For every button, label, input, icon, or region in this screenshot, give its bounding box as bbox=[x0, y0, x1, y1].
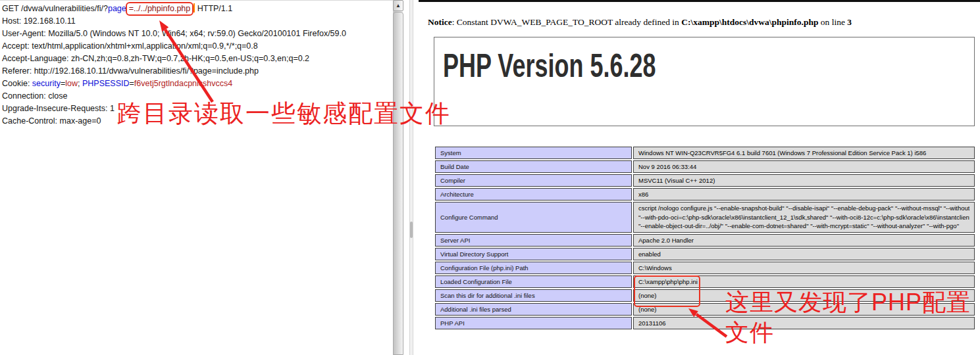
cookie-eq2: = bbox=[130, 79, 134, 88]
annotation-traversal-note: 跨目录读取一些敏感配置文件 bbox=[117, 101, 451, 128]
row-value: Apache 2.0 Handler bbox=[633, 234, 975, 247]
header-user-agent: User-Agent: Mozilla/5.0 (Windows NT 10.0… bbox=[2, 28, 390, 40]
cookie-name-security: security bbox=[32, 79, 61, 88]
row-value: MSVC11 (Visual C++ 2012) bbox=[633, 174, 975, 187]
cookie-value-security: low bbox=[65, 79, 78, 88]
php-version-header-box: PHP Version 5.6.28 bbox=[434, 37, 975, 126]
row-value-configure-command: cscript /nologo configure.js "--enable-s… bbox=[633, 202, 975, 233]
notice-text: : Constant DVWA_WEB_PAGE_TO_ROOT already… bbox=[452, 17, 681, 27]
table-row: Configuration File (php.ini) PathC:\Wind… bbox=[435, 262, 975, 274]
row-value: Windows NT WIN-Q23CRVR5FG4 6.1 build 760… bbox=[633, 147, 975, 159]
row-label: Architecture bbox=[435, 188, 632, 201]
notice-label: Notice bbox=[428, 17, 452, 27]
screenshot-root: GET /dvwa/vulnerabilities/fi/?page=../..… bbox=[0, 0, 980, 355]
row-value: Nov 9 2016 06:33:44 bbox=[633, 160, 975, 173]
table-row: Build DateNov 9 2016 06:33:44 bbox=[435, 160, 975, 173]
payload-highlight-box: =../../phpinfo.php bbox=[126, 2, 193, 16]
scroll-up-icon: ▲ bbox=[396, 3, 401, 9]
row-label: Configure Command bbox=[435, 202, 632, 233]
row-value: enabled bbox=[633, 248, 975, 260]
row-value: 20131106 bbox=[633, 317, 975, 329]
row-label: Scan this dir for additional .ini files bbox=[435, 289, 632, 302]
row-value: x86 bbox=[633, 188, 975, 201]
table-row: PHP API20131106 bbox=[435, 317, 975, 329]
row-label: Compiler bbox=[435, 174, 632, 187]
header-accept: Accept: text/html,application/xhtml+xml,… bbox=[2, 40, 390, 53]
table-row: Loaded Configuration FileC:\xampp\php\ph… bbox=[435, 275, 975, 288]
configure-line: "--with-pdo-oci=c:\php-sdk\oracle\x86\in… bbox=[638, 213, 969, 222]
row-label: Server API bbox=[435, 234, 632, 247]
row-label: Additional .ini files parsed bbox=[435, 303, 632, 316]
row-label: System bbox=[435, 147, 632, 159]
cookie-separator: ; bbox=[78, 79, 82, 88]
http-request-pane: GET /dvwa/vulnerabilities/fi/?page=../..… bbox=[0, 0, 393, 355]
annotation-php-config-note-line1: 这里又发现了PHP配置 bbox=[725, 289, 971, 316]
top-border-bar bbox=[419, 0, 980, 2]
table-row: Virtual Directory Supportenabled bbox=[435, 248, 975, 260]
row-label: Build Date bbox=[435, 160, 632, 173]
config-path-highlight-box bbox=[634, 275, 700, 307]
request-line-1: GET /dvwa/vulnerabilities/fi/?page=../..… bbox=[2, 3, 390, 15]
header-cookie: Cookie: security=low; PHPSESSID=f6vetj5r… bbox=[2, 78, 390, 90]
row-label: PHP API bbox=[435, 317, 632, 329]
row-label: Virtual Directory Support bbox=[435, 248, 632, 260]
cookie-name-phpsessid: PHPSESSID bbox=[82, 79, 130, 88]
cookie-label: Cookie: bbox=[2, 79, 32, 88]
header-accept-language: Accept-Language: zh-CN,zh;q=0.8,zh-TW;q=… bbox=[2, 53, 390, 65]
table-row: Server APIApache 2.0 Handler bbox=[435, 234, 975, 247]
row-label: Loaded Configuration File bbox=[435, 275, 632, 288]
right-pane-scrollbar-thumb[interactable] bbox=[410, 222, 413, 238]
right-pane-scrollbar[interactable] bbox=[409, 0, 413, 355]
request-method-path: GET /dvwa/vulnerabilities/fi/? bbox=[2, 4, 108, 13]
php-notice: Notice: Constant DVWA_WEB_PAGE_TO_ROOT a… bbox=[428, 17, 974, 28]
table-row: CompilerMSVC11 (Visual C++ 2012) bbox=[435, 174, 975, 187]
notice-line-number: 3 bbox=[847, 17, 852, 27]
left-pane-scrollbar[interactable]: ▲ bbox=[393, 0, 403, 355]
table-row: SystemWindows NT WIN-Q23CRVR5FG4 6.1 bui… bbox=[435, 147, 975, 159]
header-host: Host: 192.168.10.11 bbox=[2, 15, 390, 28]
row-value-config-path: C:\Windows bbox=[633, 262, 975, 274]
row-label: Configuration File (php.ini) Path bbox=[435, 262, 632, 274]
scrollbar-thumb[interactable] bbox=[393, 12, 403, 355]
table-row: Configure Command cscript /nologo config… bbox=[435, 202, 975, 233]
notice-text-2: on line bbox=[818, 17, 847, 27]
header-referer: Referer: http://192.168.10.11/dvwa/vulne… bbox=[2, 65, 390, 78]
request-param-value: =../../phpinfo.php bbox=[129, 4, 190, 13]
annotation-php-config-note-line2: 文件 bbox=[725, 320, 774, 346]
php-version-title: PHP Version 5.6.28 bbox=[443, 47, 825, 85]
request-http-version: HTTP/1.1 bbox=[195, 4, 232, 13]
cookie-value-phpsessid: f6vetj5rgtlndacpnicshvccs4 bbox=[134, 79, 232, 88]
configure-line: "--enable-object-out-dir=../obj/" "--ena… bbox=[638, 222, 969, 231]
configure-line: cscript /nologo configure.js "--enable-s… bbox=[638, 204, 969, 213]
scroll-up-button[interactable]: ▲ bbox=[393, 0, 403, 11]
table-row: Architecturex86 bbox=[435, 188, 975, 201]
request-param-name: page bbox=[108, 4, 126, 13]
notice-path: C:\xampp\htdocs\dvwa\phpinfo.php bbox=[681, 17, 818, 27]
